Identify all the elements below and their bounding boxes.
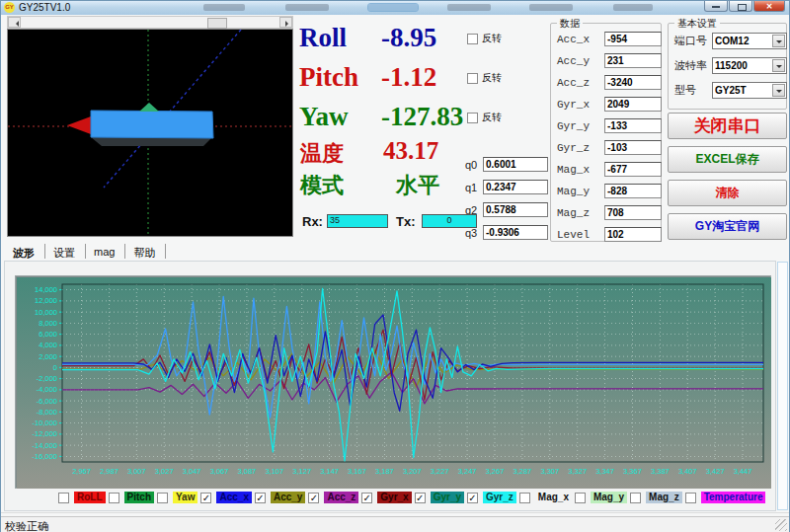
3d-scene <box>8 30 292 236</box>
magy-row: Mag_y-828 <box>557 184 662 198</box>
legend-roll-label[interactable]: RoLL <box>74 492 106 503</box>
maximize-button[interactable] <box>729 1 752 12</box>
q1-field[interactable]: 0.2347 <box>483 180 548 194</box>
viewer-scrollbar[interactable] <box>7 16 293 29</box>
gyrx-field[interactable]: 2049 <box>604 97 662 112</box>
magx-row: Mag_x-677 <box>557 162 662 177</box>
svg-text:3,267: 3,267 <box>486 467 505 476</box>
window-title: GY25TV1.0 <box>19 2 70 13</box>
close-button[interactable] <box>753 1 785 12</box>
legend-yaw-checkbox[interactable] <box>157 493 168 503</box>
waveform-tab-panel: 14,00012,00010,0008,0006,0004,0002,0000-… <box>4 261 776 511</box>
svg-text:14,000: 14,000 <box>35 285 57 294</box>
magz-field[interactable]: 708 <box>604 205 662 220</box>
svg-text:3,287: 3,287 <box>514 467 532 476</box>
tab-settings[interactable]: 设置 <box>45 244 86 259</box>
legend-gyrz-label[interactable]: Gyr_z <box>483 492 516 503</box>
legend-magy-label[interactable]: Mag_y <box>591 492 627 503</box>
excel-save-button[interactable]: EXCEL保存 <box>668 146 787 173</box>
accy-row: Acc_y231 <box>557 53 662 68</box>
rx-field[interactable]: 35 <box>327 214 388 228</box>
title-bar[interactable]: GY GY25TV1.0 <box>1 1 789 15</box>
svg-text:6,000: 6,000 <box>39 330 57 339</box>
yaw-label: Yaw <box>299 102 349 132</box>
legend-accy-label[interactable]: Acc_y <box>271 492 305 503</box>
reverse-roll-label: 反转 <box>482 32 502 45</box>
gyrz-label: Gyr_z <box>557 142 604 154</box>
accy-field[interactable]: 231 <box>604 53 662 68</box>
q0-field[interactable]: 0.6001 <box>483 157 548 172</box>
legend-roll-checkbox[interactable] <box>58 493 69 503</box>
model-combobox[interactable]: GY25T <box>712 82 787 99</box>
legend-accz-label[interactable]: Acc_z <box>324 492 358 503</box>
accz-field[interactable]: -3240 <box>604 75 662 90</box>
legend-temperature-label[interactable]: Temperature <box>701 492 766 503</box>
legend-accz-checkbox[interactable]: ✓ <box>308 493 319 503</box>
reverse-yaw-checkbox[interactable] <box>467 113 478 123</box>
legend-yaw-label[interactable]: Yaw <box>173 492 198 503</box>
reverse-yaw-label: 反转 <box>482 111 502 124</box>
minimize-button[interactable] <box>704 1 728 12</box>
svg-text:3,427: 3,427 <box>706 467 725 476</box>
svg-text:3,347: 3,347 <box>595 467 614 476</box>
legend-magy-checkbox[interactable] <box>575 493 586 503</box>
tab-mag[interactable]: mag <box>86 244 125 259</box>
legend-magz-label[interactable]: Mag_z <box>646 492 682 503</box>
gyry-field[interactable]: -133 <box>604 118 662 133</box>
legend-magz-checkbox[interactable] <box>630 493 641 503</box>
mode-value: 水平 <box>396 171 439 200</box>
magx-field[interactable]: -677 <box>604 162 662 177</box>
reverse-pitch-checkbox[interactable] <box>467 73 478 84</box>
scroll-thumb[interactable] <box>207 18 227 29</box>
model-value: GY25T <box>715 85 747 96</box>
q3-label: q3 <box>465 227 483 239</box>
svg-text:12,000: 12,000 <box>35 296 57 305</box>
legend-pitch-label[interactable]: Pitch <box>124 492 154 503</box>
waveform-chart[interactable]: 14,00012,00010,0008,0006,0004,0002,0000-… <box>17 277 771 489</box>
legend-gyry-checkbox[interactable]: ✓ <box>415 493 426 503</box>
legend-gyry-label[interactable]: Gyr_y <box>431 492 464 503</box>
legend-temperature-checkbox[interactable] <box>685 493 696 503</box>
legend-pitch-checkbox[interactable] <box>109 493 119 503</box>
3d-viewport[interactable] <box>7 29 293 237</box>
q2-field[interactable]: 0.5788 <box>483 202 548 217</box>
status-text: 校验正确 <box>5 519 48 532</box>
legend-gyrx-checkbox[interactable]: ✓ <box>361 493 372 503</box>
scroll-left-icon[interactable] <box>8 17 21 28</box>
tab-waveform[interactable]: 波形 <box>5 244 45 259</box>
legend-accx-checkbox[interactable]: ✓ <box>200 493 211 503</box>
close-serial-button[interactable]: 关闭串口 <box>668 113 787 139</box>
legend-magx-label[interactable]: Mag_x <box>535 492 572 503</box>
legend-gyrz-checkbox[interactable]: ✓ <box>467 493 478 503</box>
legend-magx-checkbox[interactable] <box>519 493 530 503</box>
gyrz-field[interactable]: -103 <box>604 140 662 155</box>
scroll-right-icon[interactable] <box>279 17 292 28</box>
chevron-down-icon[interactable] <box>772 59 785 72</box>
accx-field[interactable]: -954 <box>604 32 662 46</box>
magy-field[interactable]: -828 <box>604 184 662 198</box>
taobao-site-button[interactable]: GY淘宝官网 <box>668 213 787 240</box>
resize-grip-icon[interactable] <box>775 519 787 531</box>
q1-row: q1 0.2347 <box>465 180 548 194</box>
baud-value: 115200 <box>715 60 748 71</box>
svg-text:3,147: 3,147 <box>320 467 339 476</box>
chevron-down-icon[interactable] <box>772 35 785 47</box>
legend-accx-label[interactable]: Acc_x <box>216 492 251 503</box>
svg-text:3,127: 3,127 <box>292 467 311 476</box>
clear-button[interactable]: 清除 <box>668 180 787 206</box>
level-field[interactable]: 102 <box>604 227 662 242</box>
tx-field[interactable]: 0 <box>422 214 477 228</box>
svg-text:3,367: 3,367 <box>623 467 642 476</box>
svg-text:3,227: 3,227 <box>431 467 449 476</box>
port-combobox[interactable]: COM12 <box>712 33 787 49</box>
legend-gyrx-label[interactable]: Gyr_x <box>377 492 411 503</box>
roll-value: -8.95 <box>381 23 436 53</box>
svg-text:3,187: 3,187 <box>375 467 394 476</box>
chevron-down-icon[interactable] <box>772 84 785 97</box>
legend-accy-checkbox[interactable]: ✓ <box>255 493 266 503</box>
tab-help[interactable]: 帮助 <box>125 244 166 259</box>
reverse-roll-checkbox[interactable] <box>467 34 478 44</box>
aero-glass-artifact <box>368 4 418 11</box>
q3-field[interactable]: -0.9306 <box>483 225 548 240</box>
baud-combobox[interactable]: 115200 <box>712 57 787 74</box>
